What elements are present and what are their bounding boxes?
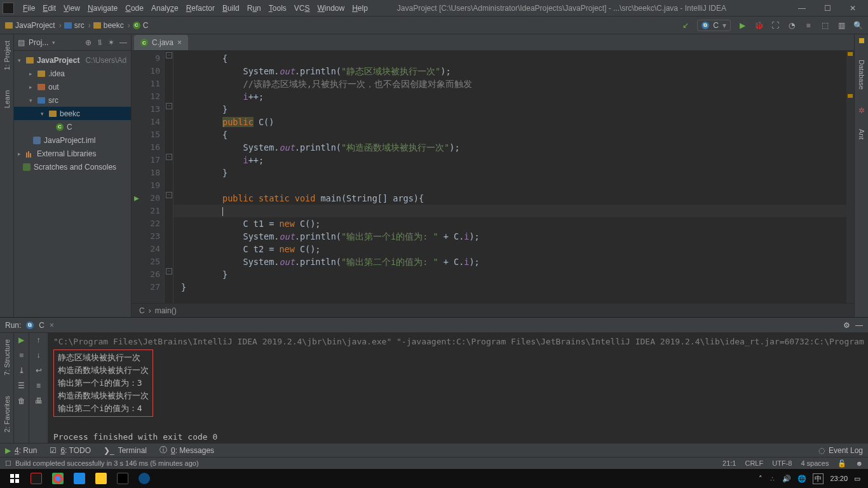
rail-project[interactable]: 1: Project: [3, 37, 11, 74]
window-close-button[interactable]: ✕: [840, 1, 865, 16]
taskbar-mail[interactable]: [69, 469, 90, 488]
tree-scratches[interactable]: Scratches and Consoles: [14, 160, 131, 173]
taskbar-app2[interactable]: [133, 469, 155, 488]
fold-toggle[interactable]: −: [166, 103, 172, 109]
rail-favorites[interactable]: 2: Favorites: [3, 392, 11, 436]
menu-run[interactable]: Run: [243, 3, 265, 14]
hector-icon[interactable]: ☻: [855, 459, 863, 467]
taskbar-intellij[interactable]: [112, 469, 133, 488]
breadcrumb-class[interactable]: CC: [133, 21, 149, 30]
run-config-selector[interactable]: ⧉ C ▾: [697, 20, 731, 31]
run-button[interactable]: ▶: [737, 20, 747, 30]
fold-column[interactable]: − − − − −: [165, 51, 173, 303]
tool-todo[interactable]: ☑6: TODO: [50, 446, 91, 455]
rail-structure[interactable]: 7: Structure: [3, 336, 11, 379]
chevron-right-icon[interactable]: ▸: [18, 151, 23, 157]
locate-icon[interactable]: ⊕: [85, 38, 92, 47]
window-maximize-button[interactable]: ☐: [815, 1, 840, 16]
close-icon[interactable]: ×: [50, 321, 54, 330]
tree-iml[interactable]: JavaProject.iml: [14, 133, 131, 147]
menu-code[interactable]: Code: [121, 3, 147, 14]
chevron-down-icon[interactable]: ▾: [29, 97, 34, 104]
menu-window[interactable]: Window: [313, 3, 348, 14]
tool-messages[interactable]: ⓘ0: Messages: [159, 445, 214, 456]
chevron-right-icon[interactable]: ▸: [29, 84, 34, 90]
exit-icon[interactable]: ⤓: [18, 366, 25, 375]
tray-people-icon[interactable]: ⛬: [769, 475, 776, 482]
scroll-icon[interactable]: ≡: [36, 381, 41, 390]
wrap-icon[interactable]: ↩: [36, 366, 42, 375]
readonly-lock-icon[interactable]: 🔓: [837, 459, 846, 468]
hide-icon[interactable]: —: [855, 321, 863, 330]
breadcrumb-package[interactable]: beekc: [93, 21, 124, 30]
tray-clock[interactable]: 23:20: [830, 475, 848, 482]
tree-out[interactable]: ▸out: [14, 80, 131, 93]
tool-terminal[interactable]: ❯_Terminal: [104, 446, 147, 455]
stop-button[interactable]: ■: [803, 20, 813, 30]
menu-analyze[interactable]: Analyze: [147, 3, 182, 14]
tray-network-icon[interactable]: 🌐: [797, 475, 806, 483]
menu-navigate[interactable]: Navigate: [84, 3, 121, 14]
stop-icon[interactable]: ■: [19, 351, 24, 360]
taskbar-explorer[interactable]: [90, 469, 112, 488]
start-button[interactable]: [4, 469, 25, 488]
debug-button[interactable]: 🐞: [754, 20, 764, 30]
up-icon[interactable]: ↑: [37, 336, 41, 344]
down-icon[interactable]: ↓: [37, 351, 41, 360]
window-minimize-button[interactable]: —: [789, 1, 815, 16]
rail-database[interactable]: Database: [858, 56, 865, 93]
tray-volume-icon[interactable]: 🔊: [782, 475, 791, 483]
trash-icon[interactable]: 🗑: [18, 396, 25, 405]
tray-ime[interactable]: 中: [813, 473, 824, 484]
fold-toggle[interactable]: −: [166, 154, 172, 160]
rerun-icon[interactable]: ▶: [18, 336, 24, 344]
taskbar-app[interactable]: [25, 469, 47, 488]
status-icon[interactable]: ☐: [5, 459, 11, 468]
tool-event-log[interactable]: ◌Event Log: [818, 446, 863, 455]
crumb-method[interactable]: main(): [155, 306, 177, 315]
ant-icon[interactable]: ✲: [858, 106, 865, 112]
tree-beekc[interactable]: ▾beekc: [14, 107, 131, 120]
tool-run[interactable]: ▶4: Run: [5, 446, 37, 455]
line-gutter[interactable]: 9 10 11 12 13 14 15 16 17 18 19 ▶20 21 2…: [132, 51, 165, 303]
menu-vcs[interactable]: VCS: [290, 3, 314, 14]
project-panel-title[interactable]: Proj...: [29, 38, 48, 47]
tray-notifications-icon[interactable]: ▭: [854, 475, 860, 483]
file-encoding[interactable]: UTF-8: [772, 459, 792, 467]
breadcrumb-src[interactable]: src: [64, 21, 85, 30]
indent-setting[interactable]: 4 spaces: [801, 459, 829, 467]
caret-position[interactable]: 21:1: [722, 459, 736, 467]
taskbar-chrome[interactable]: [47, 469, 69, 488]
menu-build[interactable]: Build: [219, 3, 243, 14]
database-icon[interactable]: [859, 38, 864, 43]
breadcrumb-project[interactable]: JavaProject: [5, 21, 55, 30]
run-gutter-icon[interactable]: ▶: [134, 192, 139, 205]
editor-tab-c[interactable]: C C.java ×: [134, 35, 188, 50]
dump-icon[interactable]: ☰: [18, 381, 25, 390]
chevron-down-icon[interactable]: ▾: [52, 39, 55, 46]
tree-external-libs[interactable]: ▸External Libraries: [14, 147, 131, 160]
fold-toggle[interactable]: −: [166, 192, 172, 198]
menu-view[interactable]: View: [60, 3, 84, 14]
build-icon[interactable]: ↙: [681, 20, 691, 30]
crumb-class[interactable]: C: [139, 306, 145, 315]
error-stripe[interactable]: [846, 51, 854, 303]
menu-refactor[interactable]: Refactor: [182, 3, 219, 14]
hide-icon[interactable]: —: [119, 38, 127, 47]
line-separator[interactable]: CRLF: [745, 459, 763, 467]
project-tree[interactable]: ▾JavaProjectC:\Users\Ad ▸.idea ▸out ▾src…: [14, 51, 131, 176]
profile-button[interactable]: ◔: [787, 20, 797, 30]
panel-select-icon[interactable]: ▤: [18, 38, 25, 47]
tray-chevron-up-icon[interactable]: ˄: [759, 475, 763, 483]
gear-icon[interactable]: ⚙: [843, 321, 850, 330]
chevron-right-icon[interactable]: ▸: [29, 71, 34, 77]
coverage-button[interactable]: ⛶: [770, 20, 780, 30]
rail-ant[interactable]: Ant: [858, 125, 865, 144]
print-icon[interactable]: 🖶: [35, 396, 43, 405]
close-icon[interactable]: ×: [177, 38, 182, 47]
chevron-down-icon[interactable]: ▾: [18, 57, 23, 64]
tree-idea[interactable]: ▸.idea: [14, 67, 131, 80]
tree-c-class[interactable]: CC: [14, 120, 131, 133]
console-output[interactable]: "C:\Program Files\JetBrains\IntelliJ IDE…: [48, 333, 868, 443]
warning-mark[interactable]: [848, 94, 853, 98]
